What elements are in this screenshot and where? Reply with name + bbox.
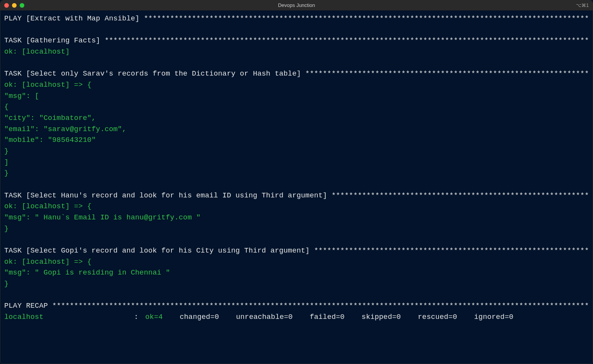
terminal-line: "city": "Coimbatore",	[4, 113, 589, 124]
task-body-line: }	[4, 225, 8, 233]
terminal-line: {	[4, 102, 589, 113]
terminal-line: }	[4, 279, 589, 290]
titlebar[interactable]: Devops Junction ⌥⌘1	[0, 0, 593, 10]
task-header: TASK [Select only Sarav's records from t…	[4, 70, 305, 78]
task-status: ok: [localhost] => {	[4, 258, 91, 266]
terminal-line: TASK [Select Gopi's record and look for …	[4, 246, 589, 257]
recap-unreachable: unreachable=0	[236, 312, 293, 323]
blank-line	[4, 290, 589, 301]
header-stars: ****************************************…	[305, 70, 589, 78]
header-stars: ****************************************…	[52, 302, 589, 310]
recap-cells: ok=4changed=0unreachable=0failed=0skippe…	[141, 312, 513, 323]
terminal-line: ]	[4, 157, 589, 169]
terminal-line: ok: [localhost] => {	[4, 257, 589, 268]
task-body-line: "msg": [	[4, 92, 39, 100]
recap-failed: failed=0	[310, 312, 344, 323]
terminal-line: TASK [Select Hanu's record and look for …	[4, 190, 589, 202]
blank-line	[4, 25, 589, 36]
titlebar-shortcut: ⌥⌘1	[576, 2, 589, 9]
task-header: TASK [Select Gopi's record and look for …	[4, 247, 314, 255]
recap-skipped: skipped=0	[362, 312, 401, 323]
task-status: ok: [localhost] => {	[4, 81, 91, 89]
terminal-line: "msg": " Gopi is residing in Chennai "	[4, 268, 589, 279]
recap-ignored: ignored=0	[474, 312, 513, 323]
task-body-line: }	[4, 147, 8, 155]
task-body-line: }	[4, 169, 8, 177]
blank-line	[4, 234, 589, 246]
window-title: Devops Junction	[0, 2, 593, 9]
task-body-line: "msg": " Hanu`s Email ID is hanu@gritfy.…	[4, 214, 201, 222]
terminal-line: "mobile": "985643210"	[4, 135, 589, 146]
task-status: ok: [localhost] => {	[4, 202, 91, 211]
header-stars: ****************************************…	[144, 15, 589, 23]
header-stars: ****************************************…	[105, 37, 589, 45]
task-body-line: {	[4, 103, 8, 111]
task-body-line: }	[4, 280, 8, 288]
recap-host: localhost	[4, 312, 132, 323]
terminal-line: }	[4, 224, 589, 235]
task-body-line: "msg": " Gopi is residing in Chennai "	[4, 269, 170, 277]
terminal-line: "email": "sarav@gritfy.com",	[4, 124, 589, 135]
play-header: PLAY [Extract with Map Ansible]	[4, 15, 144, 23]
terminal-line: "msg": [	[4, 91, 589, 102]
terminal-line: ok: [localhost]	[4, 47, 589, 58]
terminal-line: }	[4, 168, 589, 179]
task-body-line: "email": "sarav@gritfy.com",	[4, 125, 126, 133]
task-body-line: "mobile": "985643210"	[4, 136, 96, 144]
recap-rescued: rescued=0	[418, 312, 457, 323]
terminal-output[interactable]: PLAY [Extract with Map Ansible] ********…	[0, 10, 593, 364]
play-recap-row: localhost: ok=4changed=0unreachable=0fai…	[4, 312, 589, 323]
terminal-line: PLAY [Extract with Map Ansible] ********…	[4, 13, 589, 25]
recap-ok: ok=4	[141, 312, 163, 323]
terminal-window: Devops Junction ⌥⌘1 PLAY [Extract with M…	[0, 0, 593, 364]
recap-colon: :	[132, 312, 141, 323]
task-header: TASK [Gathering Facts]	[4, 37, 105, 45]
header-stars: ****************************************…	[314, 247, 589, 255]
task-header: TASK [Select Hanu's record and look for …	[4, 192, 332, 200]
recap-changed: changed=0	[180, 312, 219, 323]
play-recap-header: PLAY RECAP	[4, 302, 52, 310]
blank-line	[4, 58, 589, 69]
terminal-line: }	[4, 146, 589, 157]
header-stars: ****************************************…	[332, 192, 589, 200]
terminal-line: TASK [Gathering Facts] *****************…	[4, 35, 589, 47]
terminal-line: ok: [localhost] => {	[4, 80, 589, 91]
task-body-line: ]	[4, 158, 8, 167]
task-status: ok: [localhost]	[4, 48, 70, 56]
terminal-line: PLAY RECAP *****************************…	[4, 301, 589, 312]
terminal-line: TASK [Select only Sarav's records from t…	[4, 69, 589, 80]
terminal-line: "msg": " Hanu`s Email ID is hanu@gritfy.…	[4, 212, 589, 224]
blank-line	[4, 179, 589, 190]
task-body-line: "city": "Coimbatore",	[4, 114, 96, 122]
terminal-line: ok: [localhost] => {	[4, 201, 589, 212]
